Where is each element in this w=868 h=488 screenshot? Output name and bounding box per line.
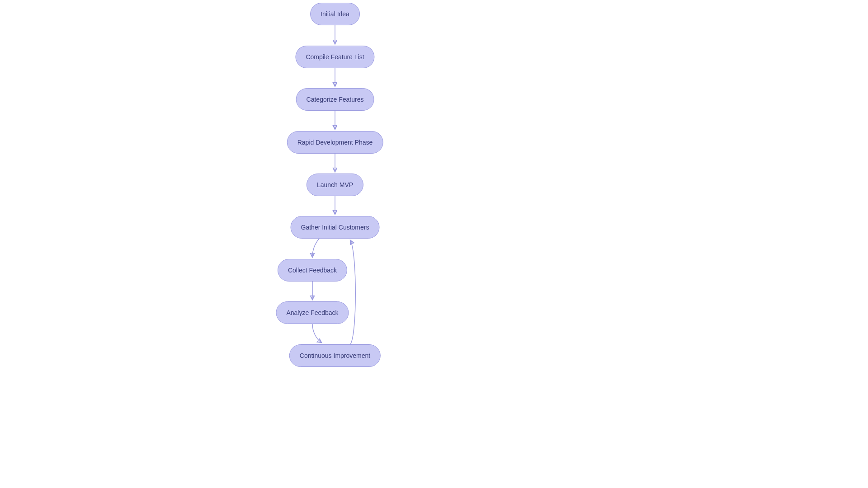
edge-8-5-loop <box>350 240 355 344</box>
node-label: Analyze Feedback <box>286 309 338 316</box>
edge-7-8 <box>312 324 321 343</box>
node-categorize-features[interactable]: Categorize Features <box>296 88 374 111</box>
node-collect-feedback[interactable]: Collect Feedback <box>278 259 347 282</box>
node-label: Collect Feedback <box>288 267 337 274</box>
node-analyze-feedback[interactable]: Analyze Feedback <box>276 301 349 324</box>
node-initial-idea[interactable]: Initial Idea <box>310 3 360 25</box>
node-label: Gather Initial Customers <box>301 224 369 231</box>
node-label: Continuous Improvement <box>300 352 370 359</box>
node-compile-feature-list[interactable]: Compile Feature List <box>295 46 374 68</box>
edge-5-6 <box>312 239 319 257</box>
edges-layer <box>0 0 868 488</box>
node-launch-mvp[interactable]: Launch MVP <box>307 174 363 196</box>
node-label: Compile Feature List <box>306 53 364 61</box>
node-label: Rapid Development Phase <box>297 139 373 146</box>
node-label: Initial Idea <box>321 10 349 18</box>
diagram-canvas: Initial Idea Compile Feature List Catego… <box>0 0 868 488</box>
node-continuous-improvement[interactable]: Continuous Improvement <box>289 344 381 367</box>
node-label: Launch MVP <box>317 181 353 188</box>
node-label: Categorize Features <box>307 96 364 103</box>
node-rapid-development-phase[interactable]: Rapid Development Phase <box>287 131 383 154</box>
node-gather-initial-customers[interactable]: Gather Initial Customers <box>291 216 380 239</box>
